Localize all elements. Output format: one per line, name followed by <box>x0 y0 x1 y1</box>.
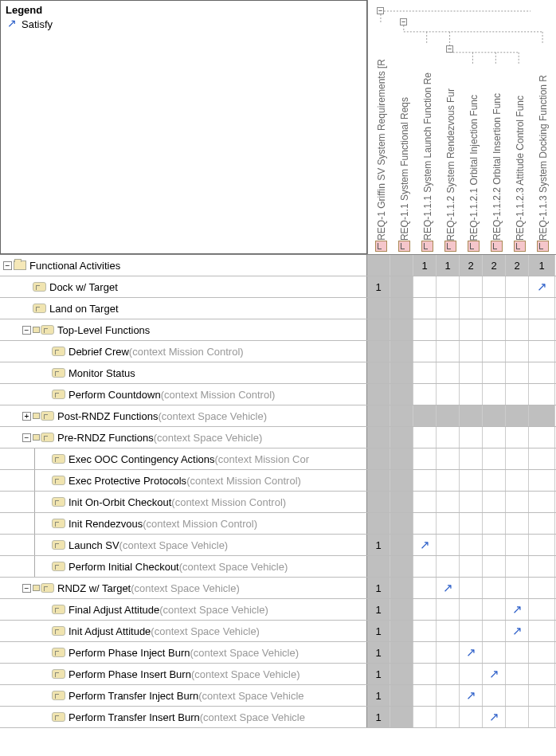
matrix-cell[interactable] <box>506 642 529 663</box>
matrix-cell[interactable] <box>437 685 460 706</box>
matrix-cell[interactable] <box>367 427 390 448</box>
matrix-cell[interactable] <box>390 664 413 684</box>
matrix-cell[interactable] <box>460 492 483 512</box>
matrix-cell[interactable] <box>390 470 413 491</box>
matrix-cell[interactable]: 2 <box>460 255 483 276</box>
matrix-cell[interactable] <box>506 578 529 598</box>
matrix-cell[interactable] <box>367 470 390 491</box>
matrix-cell[interactable] <box>483 535 506 555</box>
row-label[interactable]: −Functional Activities <box>0 255 367 276</box>
matrix-cell[interactable] <box>460 556 483 577</box>
matrix-cell[interactable] <box>529 384 555 405</box>
matrix-cell[interactable] <box>506 556 529 577</box>
matrix-cell[interactable] <box>413 470 437 491</box>
matrix-cell[interactable] <box>437 427 460 448</box>
matrix-cell[interactable] <box>483 492 506 512</box>
matrix-cell[interactable] <box>413 642 437 663</box>
matrix-cell[interactable] <box>437 492 460 512</box>
matrix-cell[interactable] <box>529 535 555 555</box>
matrix-cell[interactable] <box>506 427 529 448</box>
matrix-cell[interactable] <box>437 298 460 319</box>
matrix-row[interactable]: Perform Initial Checkout(context Space V… <box>0 556 556 578</box>
matrix-row[interactable]: Final Adjust Attitude(context Space Vehi… <box>0 599 556 621</box>
matrix-cell[interactable] <box>413 685 437 706</box>
matrix-cell[interactable] <box>529 405 555 426</box>
matrix-cell[interactable] <box>437 621 460 641</box>
matrix-cell[interactable] <box>483 621 506 641</box>
matrix-cell[interactable] <box>506 298 529 319</box>
matrix-cell[interactable] <box>529 319 555 340</box>
matrix-cell[interactable] <box>529 642 555 663</box>
matrix-cell[interactable] <box>413 513 437 534</box>
row-label[interactable]: Perform Transfer Inject Burn(context Spa… <box>0 685 367 706</box>
row-label[interactable]: Init Adjust Attitude(context Space Vehic… <box>0 621 367 641</box>
matrix-cell[interactable] <box>483 556 506 577</box>
matrix-row[interactable]: Init On-Orbit Checkout(context Mission C… <box>0 492 556 513</box>
satisfy-link-cell[interactable]: ↗ <box>483 707 506 727</box>
matrix-cell[interactable] <box>506 685 529 706</box>
matrix-cell[interactable] <box>390 255 413 276</box>
matrix-cell[interactable] <box>367 492 390 512</box>
matrix-cell[interactable] <box>529 513 555 534</box>
matrix-cell[interactable]: 2 <box>506 255 529 276</box>
matrix-cell[interactable] <box>437 664 460 684</box>
matrix-cell[interactable] <box>483 362 506 383</box>
matrix-cell[interactable] <box>529 621 555 641</box>
row-label[interactable]: −RNDZ w/ Target(context Space Vehicle) <box>0 578 367 598</box>
matrix-cell[interactable] <box>367 362 390 383</box>
matrix-cell[interactable]: 1 <box>367 685 390 706</box>
matrix-cell[interactable] <box>413 319 437 340</box>
matrix-cell[interactable] <box>413 298 437 319</box>
row-label[interactable]: Final Adjust Attitude(context Space Vehi… <box>0 599 367 620</box>
matrix-cell[interactable] <box>437 384 460 405</box>
matrix-cell[interactable] <box>437 405 460 426</box>
matrix-row[interactable]: −RNDZ w/ Target(context Space Vehicle)1↗ <box>0 578 556 599</box>
matrix-cell[interactable] <box>460 276 483 297</box>
collapse-toggle[interactable]: − <box>22 584 31 593</box>
matrix-cell[interactable] <box>413 405 437 426</box>
matrix-cell[interactable] <box>413 707 437 727</box>
matrix-cell[interactable] <box>483 341 506 362</box>
row-label[interactable]: Exec OOC Contingency Actions(context Mis… <box>0 449 367 469</box>
matrix-cell[interactable] <box>390 427 413 448</box>
matrix-cell[interactable] <box>367 255 390 276</box>
matrix-cell[interactable] <box>506 707 529 727</box>
matrix-cell[interactable] <box>506 535 529 555</box>
satisfy-link-cell[interactable]: ↗ <box>413 535 437 555</box>
matrix-row[interactable]: Debrief Crew(context Mission Control) <box>0 341 556 362</box>
matrix-cell[interactable] <box>506 276 529 297</box>
matrix-cell[interactable] <box>460 578 483 598</box>
matrix-cell[interactable] <box>390 621 413 641</box>
satisfy-link-cell[interactable]: ↗ <box>506 599 529 620</box>
matrix-cell[interactable] <box>390 492 413 512</box>
matrix-cell[interactable] <box>413 578 437 598</box>
collapse-toggle[interactable]: − <box>3 261 12 270</box>
matrix-cell[interactable] <box>367 341 390 362</box>
row-label[interactable]: Debrief Crew(context Mission Control) <box>0 341 367 362</box>
matrix-cell[interactable] <box>413 341 437 362</box>
matrix-row[interactable]: Perform Transfer Inject Burn(context Spa… <box>0 685 556 707</box>
collapse-toggle[interactable]: − <box>22 433 31 442</box>
column-header[interactable]: REQ-1.1.1 System Launch Function Re <box>416 0 439 254</box>
matrix-cell[interactable] <box>460 707 483 727</box>
matrix-cell[interactable] <box>529 362 555 383</box>
matrix-cell[interactable] <box>460 384 483 405</box>
matrix-cell[interactable] <box>390 298 413 319</box>
matrix-row[interactable]: −Top-Level Functions <box>0 319 556 341</box>
matrix-cell[interactable] <box>529 599 555 620</box>
matrix-cell[interactable] <box>390 599 413 620</box>
column-header[interactable]: REQ-1.1 System Functional Reqs <box>393 0 416 254</box>
matrix-cell[interactable] <box>413 599 437 620</box>
row-label[interactable]: Perform Phase Inject Burn(context Space … <box>0 642 367 663</box>
matrix-cell[interactable] <box>460 319 483 340</box>
matrix-cell[interactable] <box>483 513 506 534</box>
matrix-cell[interactable] <box>483 685 506 706</box>
matrix-cell[interactable] <box>367 405 390 426</box>
matrix-cell[interactable] <box>529 664 555 684</box>
matrix-cell[interactable] <box>460 470 483 491</box>
matrix-cell[interactable] <box>390 449 413 469</box>
matrix-cell[interactable] <box>529 578 555 598</box>
matrix-row[interactable]: −Pre-RNDZ Functions(context Space Vehicl… <box>0 427 556 449</box>
row-label[interactable]: Perform Countdown(context Mission Contro… <box>0 384 367 405</box>
matrix-row[interactable]: Monitor Status <box>0 362 556 384</box>
